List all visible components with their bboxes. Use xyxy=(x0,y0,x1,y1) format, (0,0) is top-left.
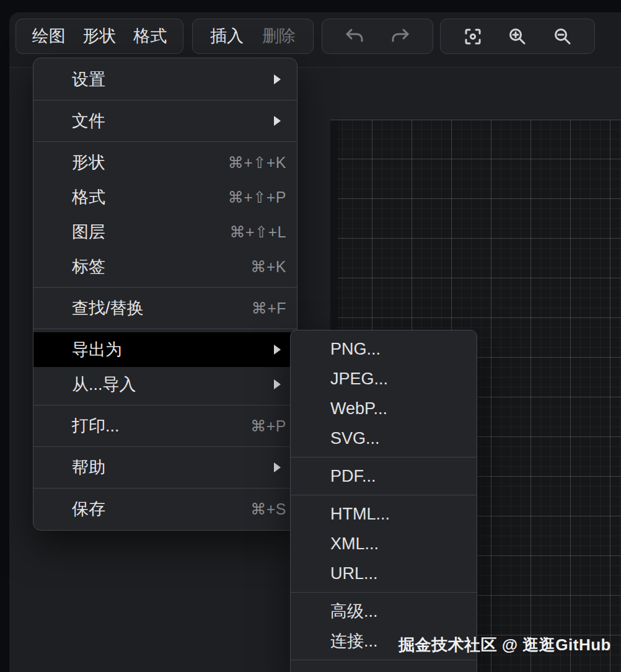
menu-item-save[interactable]: 保存 ⌘+S xyxy=(33,492,297,526)
submenu-item-label: 连接... xyxy=(330,630,378,652)
menu-item-format[interactable]: 格式 ⌘+⇧+P xyxy=(33,180,297,214)
toolbar-menu-draw[interactable]: 绘图 xyxy=(31,28,67,45)
toolbar-view-group xyxy=(440,19,595,54)
menu-divider xyxy=(33,405,297,405)
menu-item-label: 打印... xyxy=(72,415,120,437)
insert-button[interactable]: 插入 xyxy=(209,28,245,45)
menu-item-label: 标签 xyxy=(72,255,105,278)
submenu-divider xyxy=(291,495,477,495)
menu-item-settings[interactable]: 设置 xyxy=(33,62,297,97)
menu-item-shape[interactable]: 形状 ⌘+⇧+K xyxy=(33,145,297,180)
submenu-item-label: JPEG... xyxy=(330,369,388,389)
menu-item-shortcut: ⌘+⇧+P xyxy=(228,188,286,206)
menu-item-shortcut: ⌘+P xyxy=(250,417,286,435)
menu-item-shortcut: ⌘+⇧+L xyxy=(229,223,286,241)
menu-divider xyxy=(33,488,297,489)
delete-button: 删除 xyxy=(261,28,297,45)
toolbar-menus-group: 绘图 形状 格式 xyxy=(15,19,183,54)
menu-item-tags[interactable]: 标签 ⌘+K xyxy=(33,249,297,284)
menu-item-import-from[interactable]: 从...导入 xyxy=(33,367,297,402)
menu-divider xyxy=(33,446,297,447)
submenu-item-label: SVG... xyxy=(330,429,380,448)
zoom-out-icon xyxy=(550,24,575,49)
submenu-item-label: WebP... xyxy=(330,399,387,418)
zoom-in-icon xyxy=(505,24,530,49)
toolbar-edit-group: 插入 删除 xyxy=(192,19,314,54)
menu-item-label: 保存 xyxy=(72,498,105,520)
submenu-item-pdf[interactable]: PDF... xyxy=(291,461,477,491)
redo-button[interactable] xyxy=(387,24,413,50)
main-menu: 设置 文件 形状 ⌘+⇧+K 格式 ⌘+⇧+P 图层 ⌘+⇧+L 标签 ⌘+K … xyxy=(33,58,297,531)
submenu-divider xyxy=(291,660,477,660)
menu-item-file[interactable]: 文件 xyxy=(33,104,297,138)
watermark-text: 掘金技术社区 @ 逛逛GitHub xyxy=(399,634,611,656)
menu-item-shortcut: ⌘+S xyxy=(250,500,286,518)
submenu-arrow-icon xyxy=(274,379,281,389)
menu-item-label: 设置 xyxy=(72,68,105,91)
menu-item-label: 帮助 xyxy=(72,456,105,479)
fit-page-button[interactable] xyxy=(460,24,486,50)
submenu-divider xyxy=(291,457,477,458)
submenu-item-xml[interactable]: XML... xyxy=(291,529,477,559)
menu-item-label: 从...导入 xyxy=(72,373,136,396)
submenu-item-label: URL... xyxy=(330,564,378,583)
menu-item-layers[interactable]: 图层 ⌘+⇧+L xyxy=(33,214,297,249)
menu-item-label: 图层 xyxy=(72,221,105,243)
submenu-item-svg[interactable]: SVG... xyxy=(291,423,477,453)
submenu-item-webp[interactable]: WebP... xyxy=(291,394,477,423)
submenu-item-url[interactable]: URL... xyxy=(291,559,477,588)
menu-item-shortcut: ⌘+K xyxy=(250,258,286,276)
zoom-in-button[interactable] xyxy=(504,24,531,50)
redo-icon xyxy=(388,24,413,49)
submenu-arrow-icon xyxy=(274,116,281,126)
submenu-item-label: PNG... xyxy=(330,340,381,359)
submenu-item-label: XML... xyxy=(330,534,379,554)
toolbar-menu-shapes[interactable]: 形状 xyxy=(82,28,118,45)
menu-item-find-replace[interactable]: 查找/替换 ⌘+F xyxy=(33,291,297,325)
submenu-item-label: 高级... xyxy=(330,600,378,622)
menu-divider xyxy=(33,141,297,142)
menu-divider xyxy=(33,287,297,288)
toolbar-menu-format[interactable]: 格式 xyxy=(132,28,168,45)
menu-divider xyxy=(33,100,297,100)
menu-item-print[interactable]: 打印... ⌘+P xyxy=(33,409,297,443)
menu-item-label: 导出为 xyxy=(72,338,122,361)
menu-item-shortcut: ⌘+F xyxy=(252,299,286,317)
submenu-item-label: HTML... xyxy=(330,505,390,524)
submenu-item-label: PDF... xyxy=(330,467,376,486)
menu-item-label: 形状 xyxy=(72,151,105,174)
submenu-item-png[interactable]: PNG... xyxy=(291,334,477,364)
submenu-arrow-icon xyxy=(274,74,281,84)
menu-divider xyxy=(33,329,297,329)
submenu-divider xyxy=(291,592,477,593)
menu-item-label: 格式 xyxy=(72,186,105,208)
zoom-out-button[interactable] xyxy=(550,24,576,50)
undo-icon xyxy=(342,24,367,49)
undo-button[interactable] xyxy=(341,24,368,50)
toolbar-history-group xyxy=(322,19,433,54)
fit-page-icon xyxy=(460,24,485,49)
menu-item-label: 查找/替换 xyxy=(72,297,144,319)
menu-item-export-as[interactable]: 导出为 xyxy=(33,332,297,367)
menu-item-help[interactable]: 帮助 xyxy=(33,450,297,485)
submenu-item-jpeg[interactable]: JPEG... xyxy=(291,364,477,394)
submenu-item-advanced[interactable]: 高级... xyxy=(291,596,477,626)
menu-item-label: 文件 xyxy=(72,110,105,132)
export-submenu: PNG... JPEG... WebP... SVG... PDF... HTM… xyxy=(290,330,477,672)
submenu-arrow-icon xyxy=(274,345,281,355)
submenu-arrow-icon xyxy=(274,462,281,472)
menu-item-shortcut: ⌘+⇧+K xyxy=(228,154,286,172)
app-window: 绘图 形状 格式 插入 删除 xyxy=(0,0,621,672)
submenu-item-html[interactable]: HTML... xyxy=(291,499,477,529)
